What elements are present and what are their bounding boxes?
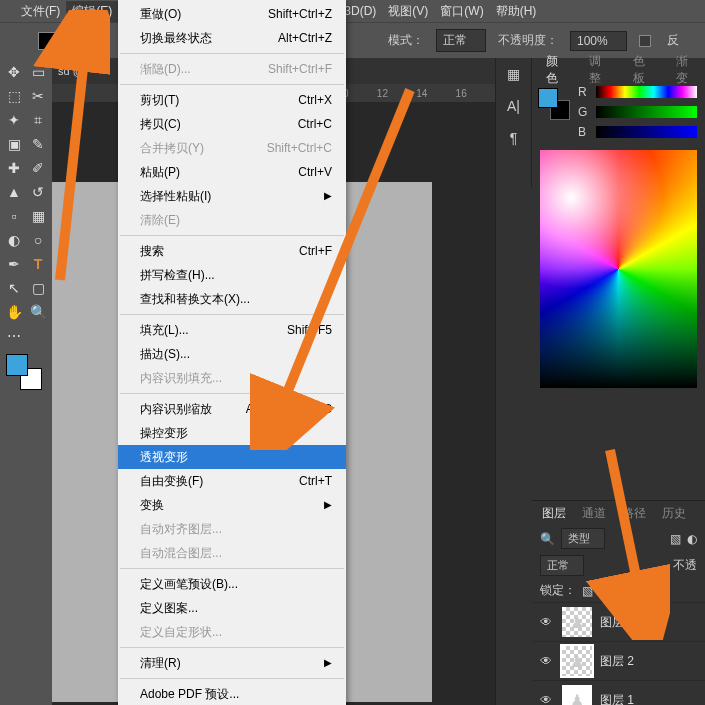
b-label: B <box>578 125 590 139</box>
menu-item[interactable]: 定义画笔预设(B)... <box>118 572 346 596</box>
path-tool[interactable]: ↖ <box>2 276 26 300</box>
menu-window[interactable]: 窗口(W) <box>434 1 489 22</box>
layer-name[interactable]: 图层 2 拷贝 <box>600 614 661 631</box>
menu-view[interactable]: 视图(V) <box>382 1 434 22</box>
eraser-tool[interactable]: ▫ <box>2 204 26 228</box>
menu-item[interactable]: 拼写检查(H)... <box>118 263 346 287</box>
menu-item[interactable]: 选择性粘贴(I)▶ <box>118 184 346 208</box>
wand-tool[interactable]: ✦ <box>2 108 26 132</box>
mode-select[interactable]: 正常 <box>436 29 486 52</box>
filter-img-icon[interactable]: ▧ <box>670 532 681 546</box>
menu-item[interactable]: Adobe PDF 预设... <box>118 682 346 705</box>
tool-preset[interactable] <box>38 32 56 50</box>
blur-tool[interactable]: ◐ <box>2 228 26 252</box>
lock-label: 锁定： <box>540 582 576 599</box>
layer-row[interactable]: 👁 ♟ 图层 2 <box>532 641 705 680</box>
menu-item[interactable]: 变换▶ <box>118 493 346 517</box>
filter-select[interactable]: 类型 <box>561 528 605 549</box>
doc-tab[interactable]: sd @ <box>58 65 84 77</box>
visibility-icon[interactable]: 👁 <box>540 693 554 705</box>
eyedropper-tool[interactable]: ✎ <box>26 132 50 156</box>
layer-thumb[interactable]: ♟ <box>562 646 592 676</box>
lock-all-icon[interactable]: 🔒 <box>615 584 630 598</box>
hand-tool[interactable]: ✋ <box>2 300 26 324</box>
gradient-tool[interactable]: ▦ <box>26 204 50 228</box>
menu-item[interactable]: 透视变形 <box>118 445 346 469</box>
menu-item[interactable]: 自由变换(F)Ctrl+T <box>118 469 346 493</box>
visibility-icon[interactable]: 👁 <box>540 615 554 629</box>
color-swatches[interactable] <box>6 354 42 390</box>
menu-help[interactable]: 帮助(H) <box>490 1 543 22</box>
toolbox: ✥▭ ⬚✂ ✦⌗ ▣✎ ✚✐ ▲↺ ▫▦ ◐○ ✒T ↖▢ ✋🔍 ⋯ <box>0 58 52 705</box>
menu-item[interactable]: 搜索Ctrl+F <box>118 239 346 263</box>
reverse-label: 反 <box>667 32 679 49</box>
menu-item[interactable]: 内容识别缩放Alt+Shift+Ctrl+C <box>118 397 346 421</box>
layer-thumb[interactable]: ♟ <box>562 685 592 705</box>
menu-item[interactable]: 定义图案... <box>118 596 346 620</box>
layer-row[interactable]: 👁 ♟ 图层 2 拷贝 <box>532 602 705 641</box>
panel-icon[interactable]: ▦ <box>496 58 531 90</box>
menu-item[interactable]: 重做(O)Shift+Ctrl+Z <box>118 2 346 26</box>
history-tab[interactable]: 历史 <box>658 502 690 525</box>
menubar: 文件(F) 编辑(E) 3D(D) 视图(V) 窗口(W) 帮助(H) <box>0 0 705 22</box>
type-tool[interactable]: T <box>26 252 50 276</box>
g-slider[interactable] <box>596 106 697 118</box>
brush-tool[interactable]: ✐ <box>26 156 50 180</box>
stamp-tool[interactable]: ▲ <box>2 180 26 204</box>
lasso-tool[interactable]: ✂ <box>26 84 50 108</box>
menu-item[interactable]: 粘贴(P)Ctrl+V <box>118 160 346 184</box>
layer-name[interactable]: 图层 2 <box>600 653 634 670</box>
heal-tool[interactable]: ✚ <box>2 156 26 180</box>
paths-tab[interactable]: 路径 <box>618 502 650 525</box>
color-field[interactable] <box>540 150 697 388</box>
layer-row[interactable]: 👁 ♟ 图层 1 <box>532 680 705 705</box>
frame-tool[interactable]: ▣ <box>2 132 26 156</box>
right-panels: ▦ A| ¶ 颜色 调整 色板 渐变 R G B 图层 通道 路径 历史 <box>495 58 705 705</box>
history-brush-tool[interactable]: ↺ <box>26 180 50 204</box>
menu-item[interactable]: 填充(L)...Shift+F5 <box>118 318 346 342</box>
r-label: R <box>578 85 590 99</box>
layer-name[interactable]: 图层 1 <box>600 692 634 706</box>
menu-item[interactable]: 操控变形 <box>118 421 346 445</box>
menu-item[interactable]: 切换最终状态Alt+Ctrl+Z <box>118 26 346 50</box>
lock-pixels-icon[interactable]: ▧ <box>582 584 593 598</box>
marquee-tool[interactable]: ⬚ <box>2 84 26 108</box>
filter-adj-icon[interactable]: ◐ <box>687 532 697 546</box>
char-panel-icon[interactable]: A| <box>496 90 531 122</box>
menu-item[interactable]: 查找和替换文本(X)... <box>118 287 346 311</box>
menu-item[interactable]: 清理(R)▶ <box>118 651 346 675</box>
g-label: G <box>578 105 590 119</box>
menu-item[interactable]: 拷贝(C)Ctrl+C <box>118 112 346 136</box>
menu-item: 清除(E) <box>118 208 346 232</box>
menu-item: 内容识别填充... <box>118 366 346 390</box>
move-tool[interactable]: ✥ <box>2 60 26 84</box>
pen-tool[interactable]: ✒ <box>2 252 26 276</box>
reverse-checkbox[interactable] <box>639 35 651 47</box>
artboard-tool[interactable]: ▭ <box>26 60 50 84</box>
dodge-tool[interactable]: ○ <box>26 228 50 252</box>
menu-item: 合并拷贝(Y)Shift+Ctrl+C <box>118 136 346 160</box>
channels-tab[interactable]: 通道 <box>578 502 610 525</box>
layers-tab[interactable]: 图层 <box>538 502 570 525</box>
menu-edit[interactable]: 编辑(E) <box>66 1 118 22</box>
opacity-label: 不透 <box>673 557 697 574</box>
shape-tool[interactable]: ▢ <box>26 276 50 300</box>
more-tools[interactable]: ⋯ <box>2 324 26 348</box>
search-icon[interactable]: 🔍 <box>540 532 555 546</box>
blend-mode-select[interactable]: 正常 <box>540 555 584 576</box>
color-swatch-pair[interactable] <box>538 88 570 120</box>
menu-item[interactable]: 描边(S)... <box>118 342 346 366</box>
visibility-icon[interactable]: 👁 <box>540 654 554 668</box>
zoom-tool[interactable]: 🔍 <box>26 300 50 324</box>
layer-thumb[interactable]: ♟ <box>562 607 592 637</box>
para-panel-icon[interactable]: ¶ <box>496 122 531 154</box>
b-slider[interactable] <box>596 126 697 138</box>
r-slider[interactable] <box>596 86 697 98</box>
fg-color-swatch[interactable] <box>6 354 28 376</box>
menu-file[interactable]: 文件(F) <box>15 1 66 22</box>
panel-strip: ▦ A| ¶ <box>496 58 532 188</box>
lock-position-icon[interactable]: ✚ <box>599 584 609 598</box>
opacity-select[interactable]: 100% <box>570 31 627 51</box>
menu-item[interactable]: 剪切(T)Ctrl+X <box>118 88 346 112</box>
crop-tool[interactable]: ⌗ <box>26 108 50 132</box>
